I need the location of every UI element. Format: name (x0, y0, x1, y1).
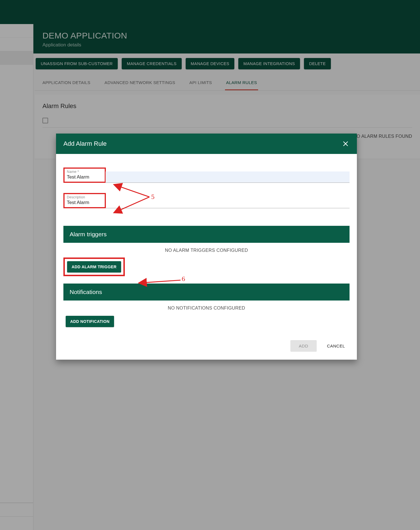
page-subtitle: Application details (42, 42, 411, 48)
description-field-highlight: Description (63, 193, 106, 208)
sidebar-item-active[interactable] (0, 51, 33, 65)
page-title: DEMO APPLICATION (42, 31, 411, 40)
notifications-heading: Notifications (63, 284, 350, 301)
name-field-label: Name * (67, 170, 102, 174)
annotation-label-6: 6 (182, 275, 185, 283)
sidebar-item[interactable] (0, 24, 33, 38)
tab-advanced-network[interactable]: ADVANCED NETWORK SETTINGS (103, 75, 176, 90)
select-all-checkbox[interactable] (42, 118, 48, 123)
action-button-row: UNASSIGN FROM SUB-CUSTOMER MANAGE CREDEN… (35, 53, 420, 74)
tab-api-limits[interactable]: API LIMITS (188, 75, 213, 90)
modal-footer: ADD CANCEL (56, 337, 357, 360)
modal-header: Add Alarm Rule (56, 134, 357, 154)
sidebar-item[interactable] (0, 38, 33, 51)
manage-devices-button[interactable]: MANAGE DEVICES (186, 58, 234, 69)
add-alarm-rule-modal: Add Alarm Rule Name * (56, 134, 357, 360)
notifications-empty: NO NOTIFICATIONS CONFIGURED (56, 301, 357, 314)
manage-integrations-button[interactable]: MANAGE INTEGRATIONS (238, 58, 300, 69)
tabs: APPLICATION DETAILS ADVANCED NETWORK SET… (35, 75, 420, 91)
sidebar-item[interactable] (0, 503, 33, 516)
description-input[interactable] (67, 199, 101, 205)
add-alarm-trigger-button[interactable]: ADD ALARM TRIGGER (67, 261, 121, 272)
close-icon[interactable] (342, 140, 350, 148)
table-header-row (42, 118, 412, 128)
unassign-button[interactable]: UNASSIGN FROM SUB-CUSTOMER (36, 58, 118, 69)
delete-button[interactable]: DELETE (304, 58, 331, 69)
sidebar (0, 24, 33, 530)
modal-title: Add Alarm Rule (63, 140, 107, 147)
annotation-label-5: 5 (151, 193, 155, 201)
page-header: DEMO APPLICATION Application details (33, 24, 420, 53)
add-trigger-highlight: ADD ALARM TRIGGER (63, 258, 125, 276)
name-field-highlight: Name * (63, 168, 106, 183)
add-button[interactable]: ADD (290, 340, 317, 352)
tab-application-details[interactable]: APPLICATION DETAILS (41, 75, 91, 90)
app-topbar (0, 0, 420, 24)
tab-alarm-rules[interactable]: ALARM RULES (225, 75, 258, 90)
panel-title: Alarm Rules (42, 102, 412, 110)
description-field-label: Description (67, 195, 102, 199)
alarm-triggers-heading: Alarm triggers (63, 226, 350, 243)
add-notification-button[interactable]: ADD NOTIFICATION (66, 316, 114, 327)
alarm-triggers-empty: NO ALARM TRIGGERS CONFIGURED (56, 243, 357, 256)
cancel-button[interactable]: CANCEL (325, 340, 347, 352)
sidebar-item[interactable] (0, 516, 33, 530)
manage-credentials-button[interactable]: MANAGE CREDENTIALS (122, 58, 182, 69)
name-input[interactable] (67, 174, 101, 180)
